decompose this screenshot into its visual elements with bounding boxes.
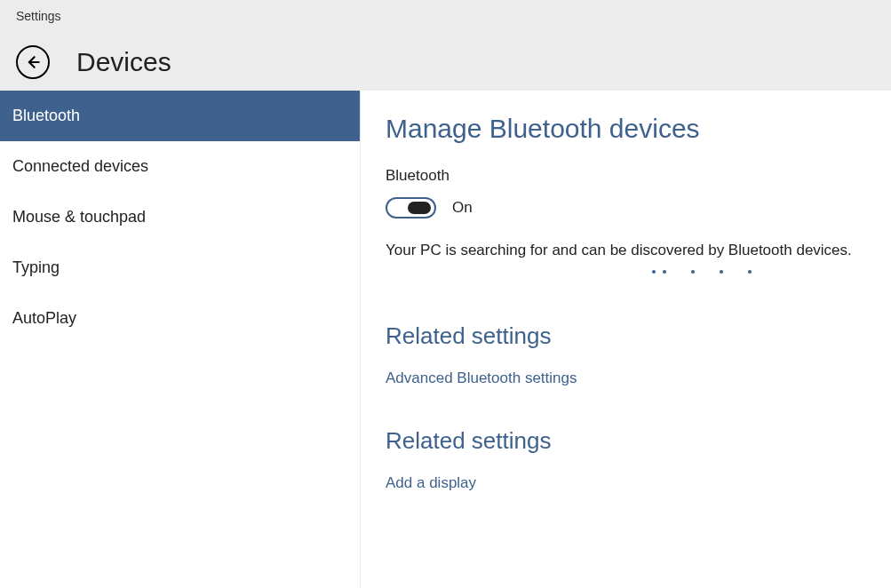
search-status-text: Your PC is searching for and can be disc…	[386, 242, 866, 259]
related-settings-heading-1: Related settings	[386, 322, 866, 350]
dot-icon	[691, 270, 695, 274]
sidebar: Bluetooth Connected devices Mouse & touc…	[0, 91, 361, 588]
main-heading: Manage Bluetooth devices	[386, 114, 866, 144]
sidebar-item-bluetooth[interactable]: Bluetooth	[0, 91, 360, 141]
sidebar-item-typing[interactable]: Typing	[0, 242, 360, 293]
sidebar-item-label: Mouse & touchpad	[12, 208, 146, 226]
dot-icon	[663, 270, 666, 274]
sidebar-item-label: AutoPlay	[12, 309, 76, 327]
add-a-display-link[interactable]: Add a display	[386, 474, 476, 492]
sidebar-item-label: Connected devices	[12, 157, 148, 175]
back-button[interactable]	[16, 45, 50, 79]
sidebar-item-connected-devices[interactable]: Connected devices	[0, 141, 360, 192]
page-title: Devices	[76, 47, 171, 77]
toggle-knob-icon	[408, 202, 431, 214]
sidebar-item-mouse-touchpad[interactable]: Mouse & touchpad	[0, 192, 360, 242]
progress-indicator	[386, 270, 866, 274]
window-title-bar: Settings	[0, 0, 891, 34]
dot-icon	[720, 270, 723, 274]
bluetooth-toggle[interactable]	[386, 197, 436, 219]
dot-icon	[748, 270, 752, 274]
content-pane: Manage Bluetooth devices Bluetooth On Yo…	[361, 91, 891, 588]
sidebar-item-label: Bluetooth	[12, 107, 80, 124]
related-settings-heading-2: Related settings	[386, 427, 866, 455]
advanced-bluetooth-settings-link[interactable]: Advanced Bluetooth settings	[386, 369, 577, 387]
toggle-state-text: On	[452, 199, 473, 217]
dot-icon	[652, 270, 656, 274]
arrow-left-icon	[24, 53, 42, 71]
bluetooth-toggle-label: Bluetooth	[386, 167, 866, 185]
app-title: Settings	[16, 9, 61, 23]
page-header: Devices	[0, 34, 891, 91]
sidebar-item-label: Typing	[12, 258, 60, 276]
sidebar-item-autoplay[interactable]: AutoPlay	[0, 293, 360, 344]
